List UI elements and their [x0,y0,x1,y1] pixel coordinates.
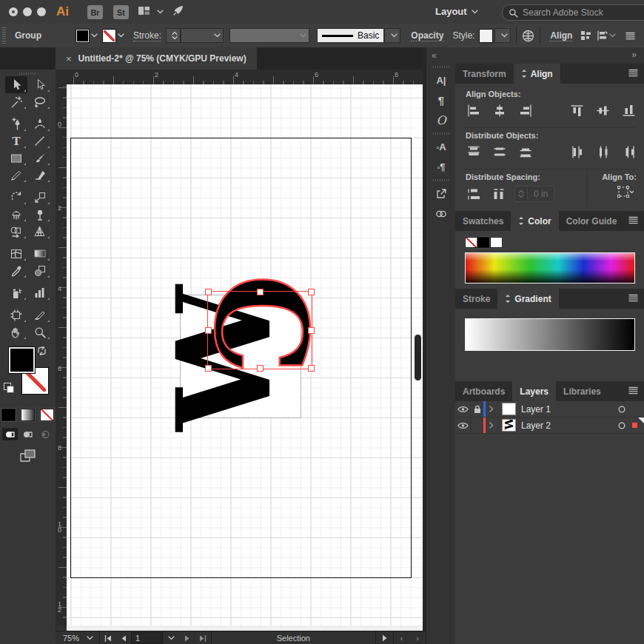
gradient-chip[interactable] [21,409,35,421]
distribute-vertical-bottom-button[interactable] [516,144,535,159]
layer1-visibility-icon[interactable] [455,401,470,417]
panel-icon-links[interactable] [426,204,456,224]
window-close-button[interactable] [9,7,18,16]
zoom-level-field[interactable]: 75% [63,634,79,643]
selection-handle[interactable] [308,289,315,295]
distribute-vertical-center-button[interactable] [490,144,509,159]
tab-close-icon[interactable]: × [66,53,72,64]
align-link[interactable]: Align [550,30,572,41]
tool-slice[interactable] [29,306,51,323]
graphic-style-swatch[interactable] [479,29,493,43]
control-bar-menu-icon[interactable] [625,32,635,40]
width-profile-dropdown[interactable] [229,28,309,43]
selection-handle[interactable] [257,289,264,295]
fill-chevron-icon[interactable] [91,33,98,38]
stock-button[interactable]: St [113,5,129,19]
stroke-weight-dropdown[interactable] [181,28,224,43]
previous-artboard-button[interactable] [121,635,127,642]
layer-row-1[interactable]: Layer 1 [455,401,644,417]
tool-line-segment[interactable] [29,133,51,150]
tool-eraser[interactable] [29,167,51,184]
spacing-value-field[interactable]: 0 in [514,186,554,202]
tool-zoom[interactable] [29,323,51,341]
tool-scale[interactable] [29,189,51,206]
tab-artboards[interactable]: Artboards [455,381,512,401]
tool-rectangle[interactable] [5,150,27,167]
draw-inside-button[interactable] [38,428,53,440]
swap-fill-stroke-icon[interactable] [37,346,47,355]
color-panel-menu-icon[interactable] [628,216,638,224]
color-black-swatch[interactable] [477,237,490,248]
workspace-menu[interactable]: Layout [435,6,478,17]
align-vertical-bottom-button[interactable] [620,103,639,118]
layer2-visibility-icon[interactable] [455,417,470,433]
draw-behind-button[interactable] [20,428,36,440]
tab-gradient[interactable]: Gradient [497,289,558,309]
selection-handle[interactable] [205,327,212,334]
tool-selection[interactable] [5,76,27,93]
selection-handle[interactable] [308,327,315,334]
brush-definition-dropdown[interactable]: Basic [317,28,384,43]
stroke-color-swatch[interactable] [102,29,116,43]
next-artboard-button[interactable] [184,635,190,642]
tool-artboard[interactable] [5,306,27,323]
tab-stroke[interactable]: Stroke [455,289,497,309]
tool-shaper[interactable] [5,167,27,184]
distribute-horizontal-left-button[interactable] [568,144,587,159]
panel-icon-character[interactable]: A| [426,70,456,90]
workspace-chevron-icon[interactable] [157,10,164,14]
style-dropdown-button[interactable] [494,28,511,43]
layer-row-2[interactable]: W Layer 2 [455,417,644,434]
panel-icon-character-styles[interactable]: ▫A [426,137,456,157]
scroll-right-arrow[interactable]: › [416,634,419,643]
distribute-horizontal-center-button[interactable] [594,144,613,159]
canvas[interactable]: W C [67,84,423,625]
tool-direct-selection[interactable] [29,76,51,93]
tool-magic-wand[interactable] [5,93,27,110]
color-white-swatch[interactable] [490,237,503,248]
layer1-thumbnail[interactable] [502,403,516,415]
panel-icon-opentype[interactable]: O [426,110,456,130]
tool-mesh[interactable] [5,245,27,262]
gradient-preview-bar[interactable] [465,318,635,351]
canvas-vertical-scrollbar[interactable] [415,335,421,380]
tab-align[interactable]: Align [514,64,560,84]
align-horizontal-left-button[interactable] [464,103,483,118]
tool-paintbrush[interactable] [29,150,51,167]
layer1-expand-icon[interactable] [486,401,497,417]
selection-handle[interactable] [257,365,264,372]
status-menu-arrow-icon[interactable] [382,634,387,642]
distribute-objects-icon[interactable] [597,30,608,41]
artboard-dropdown-icon[interactable] [168,636,175,640]
layer2-lock-toggle[interactable] [471,417,483,433]
window-minimize-button[interactable] [23,7,32,16]
selection-handle[interactable] [205,365,212,372]
align-vertical-center-button[interactable] [594,103,613,118]
window-zoom-button[interactable] [37,7,46,16]
horizontal-ruler[interactable]: 0 2 4 6 8 [56,70,426,85]
align-to-selector[interactable] [617,186,634,198]
tool-column-graph[interactable] [29,284,51,301]
tab-transform[interactable]: Transform [455,64,514,84]
horizontal-distribute-space-button[interactable] [489,187,509,201]
expand-dock-button[interactable]: » [631,50,637,60]
none-chip[interactable] [40,409,54,421]
tab-color[interactable]: Color [511,211,558,231]
panel-icon-export[interactable] [426,184,456,204]
stroke-weight-label[interactable]: Stroke: [133,30,161,41]
zoom-dropdown-icon[interactable] [87,636,93,640]
stroke-chevron-icon[interactable] [118,33,124,38]
artboard-number-field[interactable]: 1 [131,632,163,644]
vertical-distribute-space-button[interactable] [464,187,483,201]
scroll-left-arrow[interactable]: ‹ [400,634,403,643]
control-bar-gripper[interactable] [2,27,6,44]
distribute-vertical-top-button[interactable] [464,144,483,159]
opacity-link[interactable]: Opacity [411,30,443,41]
align-horizontal-right-button[interactable] [516,103,535,118]
tool-symbol-sprayer[interactable] [5,284,27,301]
default-fill-stroke-icon[interactable] [4,383,13,392]
draw-normal-button[interactable] [2,428,18,440]
tool-perspective-grid[interactable] [29,223,51,240]
brush-dropdown-button[interactable] [384,28,400,43]
tab-color-guide[interactable]: Color Guide [559,211,625,231]
